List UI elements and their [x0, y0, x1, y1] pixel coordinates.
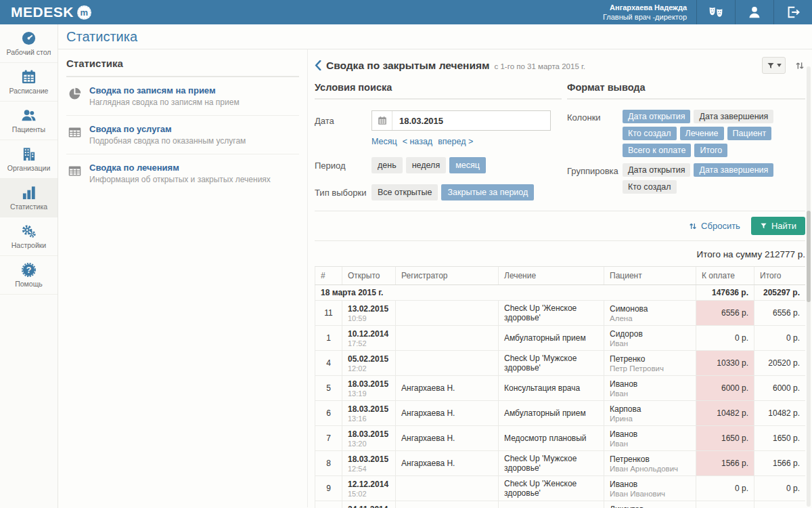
stats-menu-item-subtitle: Наглядная сводка по записям на прием	[89, 98, 240, 107]
sidebar-item-help[interactable]: Помощь	[0, 256, 58, 295]
patient-last-name: Иванов	[610, 480, 690, 489]
period-option[interactable]: месяц	[449, 157, 486, 173]
table-row[interactable]: 405.02.201512:02Check Up 'Мужское здоров…	[315, 351, 806, 376]
row-patient: ИвановИван Иванович	[604, 476, 696, 501]
table-row[interactable]: 618.03.201513:16Ангархаева Н.Амбулаторны…	[315, 401, 806, 426]
table-icon	[68, 164, 82, 178]
row-patient: КарповаИрина	[604, 401, 696, 426]
date-field[interactable]	[392, 116, 550, 126]
month-forward-link[interactable]: вперед >	[438, 137, 473, 146]
date-row: Дата	[315, 110, 562, 131]
table-row[interactable]: 110.12.201417:52Амбулаторный приемСидоро…	[315, 326, 806, 351]
date-input[interactable]	[371, 110, 551, 131]
table-row[interactable]: 518.03.201513:19Ангархаева Н.Консультаци…	[315, 376, 806, 401]
sidebar-item-patients[interactable]: Пациенты	[0, 102, 58, 140]
grouping-chips: Дата открытияДата завершенияКто создал	[623, 163, 805, 194]
table-row[interactable]: 718.03.201513:20Ангархаева Н.Медосмотр п…	[315, 426, 806, 451]
stats-menu-item-treatments-summary[interactable]: Сводка по лечениямИнформация об открытых…	[66, 154, 299, 192]
stats-menu-item-appointments-summary[interactable]: Сводка по записям на приемНаглядная свод…	[66, 77, 299, 116]
row-number: 10	[315, 501, 342, 508]
row-total: 6000 р.	[754, 376, 806, 401]
row-date: 24.11.2014	[348, 505, 390, 508]
caret-down-icon	[777, 64, 782, 67]
sort-refresh-icon[interactable]	[794, 60, 805, 71]
user-info[interactable]: Ангархаева Надежда Главный врач -директо…	[603, 3, 687, 22]
sidebar-item-schedule[interactable]: Расписание	[0, 63, 58, 102]
table-row[interactable]: 1024.11.201405:04Тестовое обследованиеЛи…	[315, 501, 806, 508]
user-name: Ангархаева Надежда	[603, 3, 687, 12]
column-chip[interactable]: Лечение	[680, 127, 724, 140]
row-number: 7	[315, 426, 342, 451]
scrollbar-thumb[interactable]	[807, 211, 811, 302]
grouping-label: Группировка	[567, 166, 623, 176]
period-option[interactable]: день	[371, 157, 403, 173]
stats-menu-item-title: Сводка по лечениям	[89, 163, 271, 173]
back-chevron-icon[interactable]	[315, 60, 321, 70]
grouping-chip[interactable]: Дата открытия	[623, 163, 690, 177]
find-button[interactable]: Найти	[751, 217, 805, 235]
column-chip[interactable]: Кто создал	[623, 127, 677, 140]
row-registrar: Ангархаева Н.	[396, 401, 499, 426]
sidebar-item-settings[interactable]: Настройки	[0, 217, 58, 256]
sidebar-item-dashboard[interactable]: Рабочий стол	[0, 24, 58, 63]
row-treatment: Амбулаторный прием	[499, 326, 604, 351]
patient-first-name: Петр Петрович	[610, 364, 690, 373]
profile-button[interactable]	[735, 0, 773, 24]
row-opened: 24.11.201405:04	[342, 501, 396, 508]
logo-gear-icon: m	[77, 5, 91, 20]
patient-last-name: Петренко	[610, 354, 690, 364]
table-row[interactable]: 818.03.201512:54Ангархаева Н.Check Up 'М…	[315, 451, 806, 476]
stats-menu-item-title: Сводка по услугам	[89, 124, 246, 134]
row-registrar: Ангархаева Н.	[396, 376, 499, 401]
columns-row: Колонки Дата открытияДата завершенияКто …	[567, 110, 805, 157]
period-option[interactable]: неделя	[406, 157, 446, 173]
row-patient: ИвановИван	[604, 426, 696, 451]
grouping-chip[interactable]: Кто создал	[623, 180, 677, 194]
row-time: 15:02	[348, 490, 390, 498]
filter-toggle-button[interactable]	[762, 57, 786, 74]
content: Статистика Сводка по записям на приемНаг…	[58, 49, 812, 507]
row-treatment: Check Up 'Женское здоровье'	[499, 476, 604, 501]
reset-label: Сбросить	[701, 221, 740, 231]
row-to-pay: 10482 р.	[696, 401, 754, 426]
user-role: Главный врач -директор	[603, 12, 687, 22]
row-number: 1	[315, 326, 342, 351]
row-number: 4	[315, 351, 342, 376]
column-chip[interactable]: Итого	[694, 144, 727, 157]
selection-type-options: Все открытыеЗакрытые за период	[371, 184, 537, 200]
stats-menu-item-text: Сводка по лечениямИнформация об открытых…	[89, 163, 271, 184]
logout-button[interactable]	[773, 0, 812, 24]
sidebar: Рабочий столРасписаниеПациентыОрганизаци…	[0, 24, 58, 508]
row-opened: 10.12.201417:52	[342, 326, 396, 351]
column-chip[interactable]: Всего к оплате	[623, 144, 691, 157]
column-chip[interactable]: Дата завершения	[694, 110, 773, 123]
patient-first-name: Иван	[610, 339, 690, 347]
patient-last-name: Карпова	[610, 404, 690, 414]
row-total: 1566 р.	[754, 451, 806, 476]
reset-link[interactable]: Сбросить	[688, 221, 740, 231]
report-subtitle: с 1-го по 31 марта 2015 г.	[495, 62, 585, 70]
grouping-chip[interactable]: Дата завершения	[694, 163, 773, 177]
month-back-link[interactable]: < назад	[403, 137, 432, 146]
topbar-right: Ангархаева Надежда Главный врач -директо…	[603, 0, 812, 24]
theater-masks-button[interactable]	[696, 0, 735, 24]
selection-type-option[interactable]: Все открытые	[371, 184, 438, 200]
column-chip[interactable]: Дата открытия	[623, 110, 690, 123]
table-row[interactable]: 1113.02.201510:59Check Up 'Женское здоро…	[315, 301, 806, 326]
output-format-heading: Формат вывода	[567, 82, 805, 100]
row-treatment: Медосмотр плановый	[499, 426, 604, 451]
row-number: 6	[315, 401, 342, 426]
row-date: 05.02.2015	[348, 354, 390, 364]
row-treatment: Check Up 'Женское здоровье'	[499, 301, 604, 326]
row-opened: 18.03.201513:19	[342, 376, 396, 401]
stats-menu-heading: Статистика	[66, 58, 299, 77]
table-row[interactable]: 912.12.201415:02Check Up 'Женское здоров…	[315, 476, 806, 501]
stats-menu-item-services-summary[interactable]: Сводка по услугамПодробная сводка по ока…	[66, 116, 299, 154]
table-icon	[68, 125, 82, 140]
sidebar-item-statistics[interactable]: Статистика	[0, 179, 58, 217]
selection-type-option[interactable]: Закрытые за период	[441, 184, 534, 200]
scrollbar-track[interactable]	[807, 66, 811, 507]
column-chip[interactable]: Пациент	[727, 127, 772, 140]
sidebar-item-organizations[interactable]: Организации	[0, 140, 58, 179]
logo[interactable]: MEDESK m	[11, 4, 91, 20]
